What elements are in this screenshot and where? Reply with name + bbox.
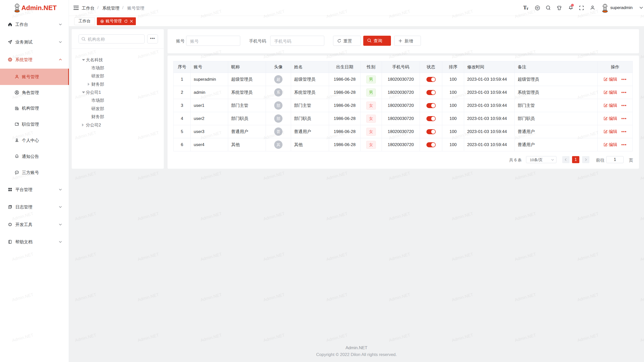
svg-text:中: 中 [536,7,539,10]
svg-text:T: T [526,7,529,11]
